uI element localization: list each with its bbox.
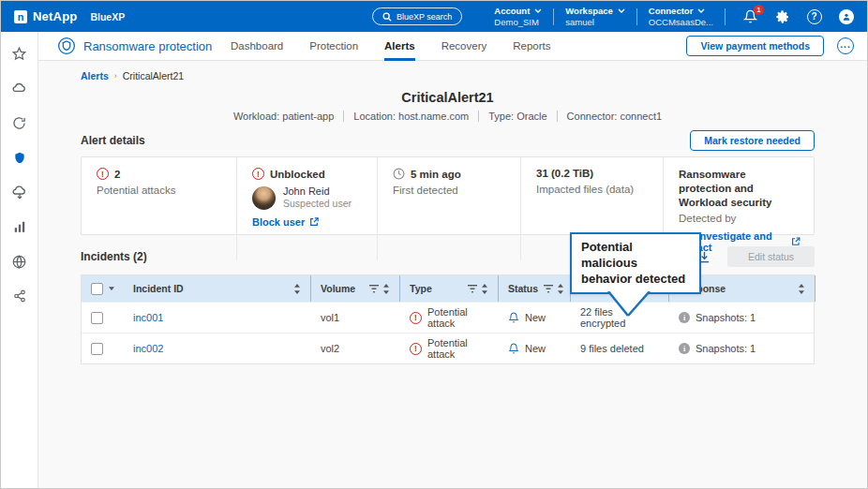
column-header-status[interactable]: Status xyxy=(499,275,571,302)
ellipsis-icon: ... xyxy=(840,39,850,50)
alert-circle-icon: ! xyxy=(410,312,422,324)
first-detected-stat: 5 min ago First detected xyxy=(377,157,520,260)
detected-value: 5 min ago xyxy=(411,169,461,180)
breadcrumb: Alerts › CriticalAlert21 xyxy=(81,70,184,82)
bar-chart-icon xyxy=(13,220,26,233)
tab-protection[interactable]: Protection xyxy=(309,32,358,61)
notifications-button[interactable]: 1 xyxy=(742,8,758,24)
type-value: Potential attack xyxy=(427,337,489,360)
notification-badge: 1 xyxy=(754,5,764,15)
tab-alerts[interactable]: Alerts xyxy=(384,32,415,61)
service-name: Ransomware protection xyxy=(83,39,212,53)
alert-circle-icon: ! xyxy=(97,168,109,180)
user-icon xyxy=(839,9,854,24)
mark-restore-needed-button[interactable]: Mark restore needed xyxy=(690,130,815,151)
incident-id-link[interactable]: inc002 xyxy=(133,343,163,354)
attacks-stat: ! 2 Potential attacks xyxy=(82,157,236,260)
account-menu[interactable]: Account Demo_SIM xyxy=(483,6,553,28)
connector-value: OCCMsaasDe... xyxy=(649,17,713,28)
row-checkbox[interactable] xyxy=(91,343,103,355)
brand-name: NetApp xyxy=(33,9,77,23)
search-icon xyxy=(382,12,392,22)
ransomware-shield-icon xyxy=(57,37,76,55)
callout-tooltip: Potential malicious behavior detected xyxy=(570,232,701,294)
column-header-type[interactable]: Type xyxy=(400,275,499,302)
service-title[interactable]: Ransomware protection xyxy=(38,37,231,55)
block-user-link[interactable]: Block user xyxy=(252,216,319,228)
top-bar: n NetApp BlueXP BlueXP search Account De… xyxy=(1,1,868,32)
table-header-row: Incident ID Volume Type xyxy=(82,275,814,302)
sidebar-item-ransomware-protection[interactable] xyxy=(11,149,28,166)
callout-pointer xyxy=(607,291,651,317)
detected-label: First detected xyxy=(393,185,505,196)
table-row: inc002 vol2 ! Potential attack New 9 fil… xyxy=(82,333,814,363)
sidebar-item-share[interactable] xyxy=(11,288,28,304)
select-all-checkbox[interactable] xyxy=(91,283,103,295)
incidents-table: Incident ID Volume Type xyxy=(81,274,815,364)
page-title: CriticalAlert21 xyxy=(81,90,815,105)
page-meta: Workload: patient-appLocation: host.name… xyxy=(81,111,815,122)
attacks-value: 2 xyxy=(114,169,120,180)
sidebar-item-governance[interactable] xyxy=(11,253,28,270)
user-status: Unblocked xyxy=(270,169,325,180)
star-icon xyxy=(12,47,26,61)
more-options-button[interactable]: ... xyxy=(837,37,854,54)
search-label: BlueXP search xyxy=(397,12,452,22)
tab-dashboard[interactable]: Dashboard xyxy=(231,32,283,61)
chevron-down-icon xyxy=(697,8,705,13)
sort-icon[interactable] xyxy=(481,284,488,294)
settings-button[interactable] xyxy=(774,8,790,24)
bell-icon xyxy=(508,312,519,323)
filter-icon[interactable] xyxy=(369,285,379,293)
tab-recovery[interactable]: Recovery xyxy=(441,32,487,61)
sidebar-item-favorites[interactable] xyxy=(11,45,28,62)
sort-icon[interactable] xyxy=(293,284,301,294)
external-link-icon xyxy=(309,217,319,227)
tab-reports[interactable]: Reports xyxy=(513,32,550,61)
row-checkbox[interactable] xyxy=(91,312,103,324)
bluexp-search-button[interactable]: BlueXP search xyxy=(372,7,462,25)
bell-icon xyxy=(508,343,519,354)
meta-connector: Connector: connect1 xyxy=(557,111,672,122)
incidents-header: Incidents (2) Edit status xyxy=(81,246,815,267)
sort-icon[interactable] xyxy=(798,284,805,294)
response-value: Snapshots: 1 xyxy=(696,312,756,323)
sort-icon[interactable] xyxy=(557,284,564,294)
incident-id-link[interactable]: inc001 xyxy=(133,312,163,323)
chevron-down-icon xyxy=(534,8,542,13)
response-value: Snapshots: 1 xyxy=(696,343,756,354)
column-header-incident-id[interactable]: Incident ID xyxy=(124,275,311,302)
sidebar-item-restore[interactable] xyxy=(11,184,28,200)
breadcrumb-alerts-link[interactable]: Alerts xyxy=(81,70,109,82)
type-value: Potential attack xyxy=(427,306,489,329)
filter-icon[interactable] xyxy=(468,285,477,293)
alert-circle-icon: ! xyxy=(410,343,422,355)
column-header-volume[interactable]: Volume xyxy=(311,275,400,302)
cloud-restore-icon xyxy=(12,185,27,200)
service-header: Ransomware protection Dashboard Protecti… xyxy=(38,32,867,61)
sidebar-item-reports[interactable] xyxy=(11,218,28,235)
source-line2: Workload security xyxy=(679,196,801,210)
source-label: Detected by xyxy=(679,213,801,224)
suspected-user-panel: ! Unblocked John Reid Suspected user Blo… xyxy=(236,157,377,260)
filter-icon[interactable] xyxy=(544,285,553,293)
workspace-menu[interactable]: Workspace samuel xyxy=(554,6,636,28)
caret-down-icon[interactable] xyxy=(109,287,114,290)
sidebar-item-storage[interactable] xyxy=(11,80,28,96)
sidebar-item-sync[interactable] xyxy=(11,114,28,131)
view-payment-methods-button[interactable]: View payment methods xyxy=(686,36,824,56)
connector-menu[interactable]: Connector OCCMsaasDe... xyxy=(637,6,725,28)
callout-text: Potential malicious behavior detected xyxy=(581,240,685,286)
sync-icon xyxy=(12,116,26,130)
sort-icon[interactable] xyxy=(382,284,390,294)
volume-value: vol2 xyxy=(321,343,339,354)
clock-icon xyxy=(393,168,405,180)
avatar xyxy=(252,186,276,210)
user-menu-button[interactable] xyxy=(838,8,854,24)
help-button[interactable]: ? xyxy=(806,8,822,24)
shield-icon xyxy=(13,151,26,165)
connector-label: Connector xyxy=(649,6,694,17)
clouds-icon xyxy=(12,81,27,96)
edit-status-button[interactable]: Edit status xyxy=(727,246,815,267)
chevron-right-icon: › xyxy=(114,71,117,81)
